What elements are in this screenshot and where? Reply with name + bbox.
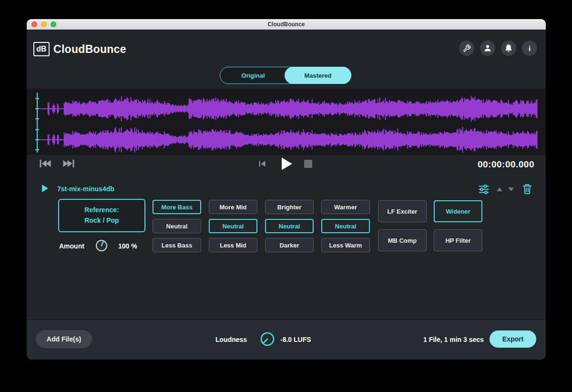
playhead-tick <box>35 108 39 109</box>
more-bass-button[interactable]: More Bass <box>153 200 201 214</box>
footer-bar: Add File(s) Loudness -8.0 LUFS 1 File, 1… <box>27 320 546 360</box>
close-window-button[interactable] <box>31 21 37 27</box>
logo-text: dB <box>36 45 46 53</box>
move-track-down-button[interactable] <box>508 187 514 191</box>
track-play-button[interactable] <box>42 185 48 192</box>
move-track-up-button[interactable] <box>497 187 502 191</box>
hp-filter-button[interactable]: HP Filter <box>434 229 482 251</box>
less-bass-button[interactable]: Less Bass <box>153 238 201 252</box>
amount-label: Amount <box>59 242 84 250</box>
reference-genre-button[interactable]: Reference: Rock / Pop <box>58 199 145 232</box>
toggle-original[interactable]: Original <box>220 67 286 83</box>
zoom-window-button[interactable] <box>51 21 56 27</box>
less-warm-button[interactable]: Less Warm <box>321 238 370 252</box>
preview-toggle: Original Mastered <box>220 67 351 84</box>
less-mid-button[interactable]: Less Mid <box>209 238 257 252</box>
mid-neutral-button[interactable]: Neutral <box>209 219 257 233</box>
minimize-window-button[interactable] <box>41 21 47 27</box>
widener-button[interactable]: Widener <box>434 200 482 222</box>
previous-button[interactable] <box>259 160 266 167</box>
loudness-label: Loudness <box>215 336 247 343</box>
amount-value: 100 % <box>118 242 137 250</box>
playhead-cursor[interactable] <box>37 93 38 153</box>
notifications-button[interactable] <box>501 41 516 56</box>
traffic-lights <box>31 21 56 27</box>
info-icon: i <box>529 44 531 52</box>
track-settings-sliders-button[interactable] <box>479 185 489 194</box>
info-button[interactable]: i <box>522 41 537 56</box>
account-button[interactable] <box>480 41 495 56</box>
play-button[interactable] <box>281 157 293 170</box>
brighter-button[interactable]: Brighter <box>265 200 314 214</box>
file-summary: 1 File, 1 min 3 secs <box>423 336 484 343</box>
warmth-neutral-button[interactable]: Neutral <box>321 219 370 233</box>
playhead-tick <box>35 139 39 140</box>
account-icon <box>483 44 492 52</box>
track-name: 7st-mix-minus4db <box>57 185 114 193</box>
window-title: CloudBounce <box>268 21 305 28</box>
playhead-tick <box>35 118 39 119</box>
wrench-icon <box>463 44 471 52</box>
skip-to-end-button[interactable] <box>62 159 74 168</box>
stop-button[interactable] <box>304 160 312 168</box>
more-mid-button[interactable]: More Mid <box>209 200 257 214</box>
playhead-tick <box>35 98 39 99</box>
stereo-waveform[interactable] <box>38 89 538 155</box>
settings-wrench-button[interactable] <box>459 41 474 56</box>
loudness-value: -8.0 LUFS <box>280 336 311 343</box>
bell-icon <box>504 44 513 52</box>
app-name: CloudBounce <box>53 41 126 57</box>
warmer-button[interactable]: Warmer <box>321 200 370 214</box>
app-window: CloudBounce dB CloudBounce i Original Ma… <box>27 19 546 360</box>
bass-neutral-button[interactable]: Neutral <box>153 219 201 233</box>
export-button[interactable]: Export <box>490 330 536 348</box>
timecode-display: 00:00:00.000 <box>418 159 534 170</box>
add-files-button[interactable]: Add File(s) <box>36 330 92 348</box>
skip-to-start-button[interactable] <box>40 159 51 168</box>
reference-genre: Rock / Pop <box>84 216 119 226</box>
delete-track-button[interactable] <box>522 184 532 194</box>
reference-label: Reference: <box>84 205 119 216</box>
app-logo: dB <box>33 42 50 56</box>
loudness-knob[interactable] <box>259 330 276 348</box>
darker-button[interactable]: Darker <box>265 238 314 252</box>
mb-comp-button[interactable]: MB Comp <box>378 229 427 251</box>
lf-exciter-button[interactable]: LF Exciter <box>378 200 427 222</box>
brightness-neutral-button[interactable]: Neutral <box>265 219 314 233</box>
playhead-tick <box>35 149 39 150</box>
titlebar: CloudBounce <box>27 19 546 30</box>
playhead-tick <box>35 129 39 130</box>
toggle-mastered[interactable]: Mastered <box>285 67 351 84</box>
amount-knob[interactable] <box>94 238 109 253</box>
